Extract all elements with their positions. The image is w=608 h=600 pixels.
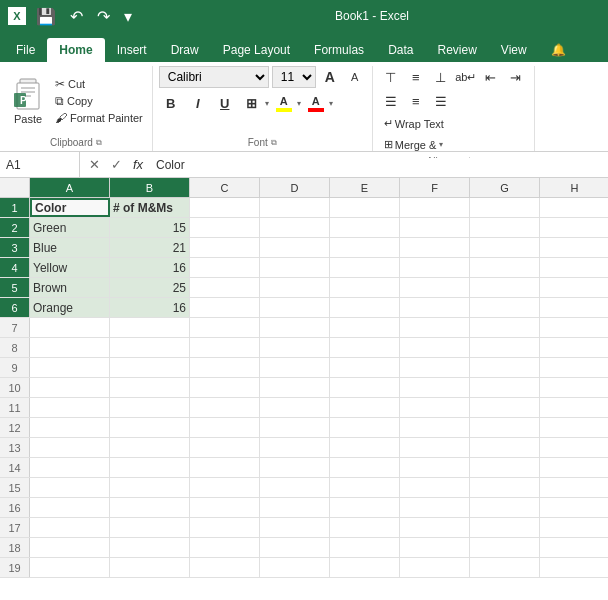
cell[interactable] (190, 458, 260, 477)
cell[interactable] (470, 478, 540, 497)
cell[interactable] (110, 338, 190, 357)
cell[interactable] (470, 358, 540, 377)
cell[interactable] (400, 458, 470, 477)
cell[interactable] (540, 418, 608, 437)
format-painter-button[interactable]: 🖌 Format Painter (52, 110, 146, 126)
tab-review[interactable]: Review (425, 38, 488, 62)
col-header-c[interactable]: C (190, 178, 260, 197)
row-number[interactable]: 12 (0, 418, 30, 437)
cell[interactable] (400, 478, 470, 497)
col-header-g[interactable]: G (470, 178, 540, 197)
font-name-select[interactable]: Calibri (159, 66, 269, 88)
cell[interactable] (470, 378, 540, 397)
tab-page-layout[interactable]: Page Layout (211, 38, 302, 62)
cell[interactable] (30, 438, 110, 457)
cell[interactable] (190, 438, 260, 457)
cell[interactable] (470, 318, 540, 337)
cell[interactable] (110, 378, 190, 397)
row-number[interactable]: 6 (0, 298, 30, 317)
bold-button[interactable]: B (159, 91, 183, 115)
cell[interactable] (110, 418, 190, 437)
cell[interactable] (330, 298, 400, 317)
cell[interactable] (400, 258, 470, 277)
cell[interactable] (260, 198, 330, 217)
cell[interactable] (470, 498, 540, 517)
cell[interactable] (190, 218, 260, 237)
cell[interactable] (330, 538, 400, 557)
col-header-h[interactable]: H (540, 178, 608, 197)
tab-draw[interactable]: Draw (159, 38, 211, 62)
cell[interactable] (110, 518, 190, 537)
decrease-font-size-button[interactable]: A (344, 66, 366, 88)
cell[interactable] (110, 498, 190, 517)
increase-font-size-button[interactable]: A (319, 66, 341, 88)
cell[interactable] (400, 358, 470, 377)
tab-home[interactable]: Home (47, 38, 104, 62)
cell[interactable]: 25 (110, 278, 190, 297)
cell[interactable] (260, 458, 330, 477)
cell[interactable] (540, 398, 608, 417)
row-number[interactable]: 10 (0, 378, 30, 397)
cell[interactable] (110, 438, 190, 457)
tab-file[interactable]: File (4, 38, 47, 62)
cell[interactable] (190, 418, 260, 437)
cell[interactable] (540, 298, 608, 317)
cell[interactable] (190, 298, 260, 317)
row-number[interactable]: 11 (0, 398, 30, 417)
italic-button[interactable]: I (186, 91, 210, 115)
cell[interactable] (330, 458, 400, 477)
cell[interactable] (400, 298, 470, 317)
cell[interactable] (110, 358, 190, 377)
row-number[interactable]: 13 (0, 438, 30, 457)
cell[interactable] (110, 558, 190, 577)
right-align-button[interactable]: ☰ (429, 90, 453, 112)
undo-button[interactable]: ↶ (66, 5, 87, 28)
center-align-button[interactable]: ≡ (404, 90, 428, 112)
col-header-e[interactable]: E (330, 178, 400, 197)
font-color-dropdown[interactable]: ▾ (329, 99, 333, 108)
cell[interactable] (470, 438, 540, 457)
cell[interactable] (260, 238, 330, 257)
cell[interactable] (540, 518, 608, 537)
cell[interactable] (330, 258, 400, 277)
cell[interactable] (260, 418, 330, 437)
cell[interactable] (400, 498, 470, 517)
cell[interactable] (470, 458, 540, 477)
cell[interactable] (330, 498, 400, 517)
cell[interactable] (30, 418, 110, 437)
cell[interactable]: 16 (110, 298, 190, 317)
cell[interactable] (470, 278, 540, 297)
cell[interactable] (110, 318, 190, 337)
cell[interactable] (540, 378, 608, 397)
font-color-button[interactable]: A (304, 90, 328, 116)
cell[interactable] (260, 438, 330, 457)
cell[interactable] (260, 518, 330, 537)
cell[interactable] (190, 398, 260, 417)
left-align-button[interactable]: ☰ (379, 90, 403, 112)
cell[interactable] (30, 558, 110, 577)
cell[interactable] (30, 378, 110, 397)
cell[interactable] (540, 238, 608, 257)
paste-button[interactable]: P Paste (6, 75, 50, 127)
cell[interactable]: Color (30, 198, 110, 217)
cell[interactable] (330, 358, 400, 377)
cell[interactable] (540, 358, 608, 377)
cell[interactable]: Yellow (30, 258, 110, 277)
border-dropdown-arrow[interactable]: ▾ (265, 99, 269, 108)
cell[interactable] (540, 218, 608, 237)
cell[interactable] (540, 278, 608, 297)
cell[interactable] (400, 278, 470, 297)
cell[interactable] (470, 198, 540, 217)
font-size-select[interactable]: 11 (272, 66, 316, 88)
col-header-a[interactable]: A (30, 178, 110, 197)
cell[interactable] (400, 398, 470, 417)
cell[interactable] (330, 218, 400, 237)
row-number[interactable]: 4 (0, 258, 30, 277)
cell[interactable] (260, 318, 330, 337)
cell[interactable] (330, 558, 400, 577)
col-header-d[interactable]: D (260, 178, 330, 197)
cell[interactable]: # of M&Ms (110, 198, 190, 217)
cell[interactable] (330, 338, 400, 357)
cell[interactable] (190, 378, 260, 397)
row-number[interactable]: 15 (0, 478, 30, 497)
